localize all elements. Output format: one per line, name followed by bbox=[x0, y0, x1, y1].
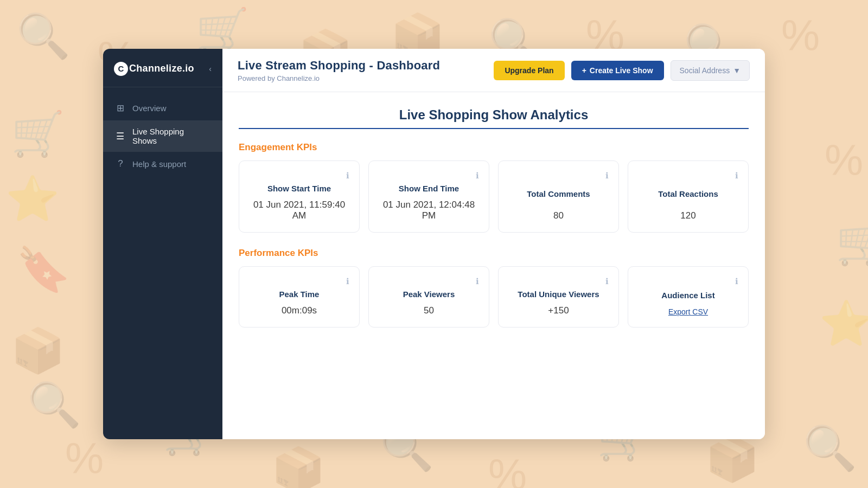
sidebar-nav: ⊞ Overview ☰ Live Shopping Shows ? Help … bbox=[103, 87, 222, 439]
kpi-value-show-start-time: 01 Jun 2021, 11:59:40 AM bbox=[249, 200, 349, 221]
kpi-label-total-comments: Total Comments bbox=[508, 189, 609, 198]
sidebar-item-overview[interactable]: ⊞ Overview bbox=[103, 96, 222, 120]
kpi-card-header: ℹ bbox=[508, 277, 609, 286]
sidebar-item-help-support[interactable]: ? Help & support bbox=[103, 152, 222, 176]
engagement-kpi-grid: ℹ Show Start Time 01 Jun 2021, 11:59:40 … bbox=[239, 160, 749, 233]
info-icon[interactable]: ℹ bbox=[476, 171, 479, 181]
kpi-card-header: ℹ bbox=[638, 277, 738, 286]
performance-kpi-grid: ℹ Peak Time 00m:09s ℹ Peak Viewers 50 bbox=[239, 266, 749, 328]
kpi-value-total-unique-viewers: +150 bbox=[508, 305, 609, 316]
export-csv-link[interactable]: Export CSV bbox=[638, 307, 738, 316]
info-icon[interactable]: ℹ bbox=[605, 171, 609, 181]
kpi-value-peak-viewers: 50 bbox=[379, 305, 479, 316]
kpi-label-show-end-time: Show End Time bbox=[379, 184, 479, 193]
kpi-label-show-start-time: Show Start Time bbox=[249, 184, 349, 193]
info-icon[interactable]: ℹ bbox=[346, 277, 349, 286]
sidebar-item-label-live-shows: Live Shopping Shows bbox=[132, 127, 210, 145]
kpi-card-header: ℹ bbox=[249, 171, 349, 181]
kpi-card-total-comments: ℹ Total Comments 80 bbox=[498, 160, 619, 233]
sidebar-collapse-icon[interactable]: ‹ bbox=[209, 65, 212, 73]
sidebar-item-label-overview: Overview bbox=[132, 104, 167, 113]
social-label: Social Address bbox=[680, 66, 730, 75]
kpi-card-peak-time: ℹ Peak Time 00m:09s bbox=[239, 266, 360, 328]
info-icon[interactable]: ℹ bbox=[735, 277, 738, 286]
main-content: Live Stream Shopping - Dashboard Powered… bbox=[222, 49, 765, 439]
logo-text: Channelize.io bbox=[129, 63, 194, 74]
logo-letter: C bbox=[114, 62, 128, 76]
info-icon[interactable]: ℹ bbox=[735, 171, 738, 181]
kpi-value-peak-time: 00m:09s bbox=[249, 305, 349, 316]
kpi-card-header: ℹ bbox=[249, 277, 349, 286]
info-icon[interactable]: ℹ bbox=[346, 171, 349, 181]
kpi-value-total-comments: 80 bbox=[508, 210, 609, 221]
social-dropdown-icon: ▼ bbox=[733, 66, 741, 75]
performance-kpis-title: Performance KPIs bbox=[239, 248, 749, 259]
sidebar: CChannelize.io ‹ ⊞ Overview ☰ Live Shopp… bbox=[103, 49, 222, 439]
kpi-label-peak-time: Peak Time bbox=[249, 290, 349, 299]
app-container: CChannelize.io ‹ ⊞ Overview ☰ Live Shopp… bbox=[103, 49, 765, 439]
overview-icon: ⊞ bbox=[115, 102, 126, 114]
analytics-area: Live Shopping Show Analytics Engagement … bbox=[222, 92, 765, 439]
kpi-value-show-end-time: 01 Jun 2021, 12:04:48 PM bbox=[379, 200, 479, 221]
create-label: Create Live Show bbox=[590, 66, 653, 75]
kpi-card-header: ℹ bbox=[638, 171, 738, 181]
kpi-label-total-unique-viewers: Total Unique Viewers bbox=[508, 290, 609, 299]
analytics-section-title: Live Shopping Show Analytics bbox=[239, 107, 749, 129]
kpi-card-header: ℹ bbox=[379, 277, 479, 286]
kpi-label-peak-viewers: Peak Viewers bbox=[379, 290, 479, 299]
kpi-card-total-unique-viewers: ℹ Total Unique Viewers +150 bbox=[498, 266, 619, 328]
kpi-card-header: ℹ bbox=[508, 171, 609, 181]
help-icon: ? bbox=[115, 158, 126, 169]
upgrade-plan-button[interactable]: Upgrade Plan bbox=[494, 61, 564, 80]
info-icon[interactable]: ℹ bbox=[605, 277, 609, 286]
info-icon[interactable]: ℹ bbox=[476, 277, 479, 286]
create-live-show-button[interactable]: + Create Live Show bbox=[571, 61, 664, 80]
header-title-block: Live Stream Shopping - Dashboard Powered… bbox=[238, 59, 440, 82]
logo: CChannelize.io bbox=[114, 62, 194, 76]
page-subtitle: Powered by Channelize.io bbox=[238, 74, 440, 82]
social-address-button[interactable]: Social Address ▼ bbox=[671, 60, 750, 81]
kpi-card-show-end-time: ℹ Show End Time 01 Jun 2021, 12:04:48 PM bbox=[368, 160, 489, 233]
kpi-card-show-start-time: ℹ Show Start Time 01 Jun 2021, 11:59:40 … bbox=[239, 160, 360, 233]
app-wrapper: CChannelize.io ‹ ⊞ Overview ☰ Live Shopp… bbox=[0, 0, 868, 488]
kpi-card-header: ℹ bbox=[379, 171, 479, 181]
sidebar-logo: CChannelize.io ‹ bbox=[103, 49, 222, 87]
page-title: Live Stream Shopping - Dashboard bbox=[238, 59, 440, 73]
kpi-label-audience-list: Audience List bbox=[638, 291, 738, 300]
sidebar-item-label-help: Help & support bbox=[132, 159, 186, 169]
top-header: Live Stream Shopping - Dashboard Powered… bbox=[222, 49, 765, 92]
kpi-card-total-reactions: ℹ Total Reactions 120 bbox=[628, 160, 749, 233]
kpi-label-total-reactions: Total Reactions bbox=[638, 189, 738, 198]
kpi-card-audience-list: ℹ Audience List Export CSV bbox=[628, 266, 749, 328]
sidebar-item-live-shopping-shows[interactable]: ☰ Live Shopping Shows bbox=[103, 120, 222, 152]
live-shows-icon: ☰ bbox=[115, 131, 126, 142]
engagement-kpis-title: Engagement KPIs bbox=[239, 142, 749, 153]
kpi-card-peak-viewers: ℹ Peak Viewers 50 bbox=[368, 266, 489, 328]
kpi-value-total-reactions: 120 bbox=[638, 210, 738, 221]
header-actions: Upgrade Plan + Create Live Show Social A… bbox=[494, 60, 750, 81]
create-icon: + bbox=[582, 66, 586, 75]
